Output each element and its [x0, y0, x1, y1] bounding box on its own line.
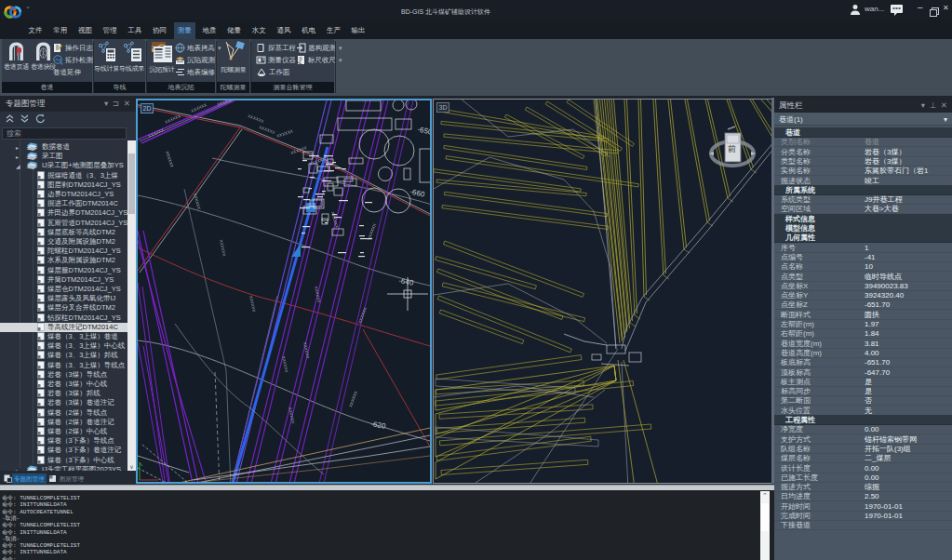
svg-text:前: 前 [728, 144, 736, 153]
